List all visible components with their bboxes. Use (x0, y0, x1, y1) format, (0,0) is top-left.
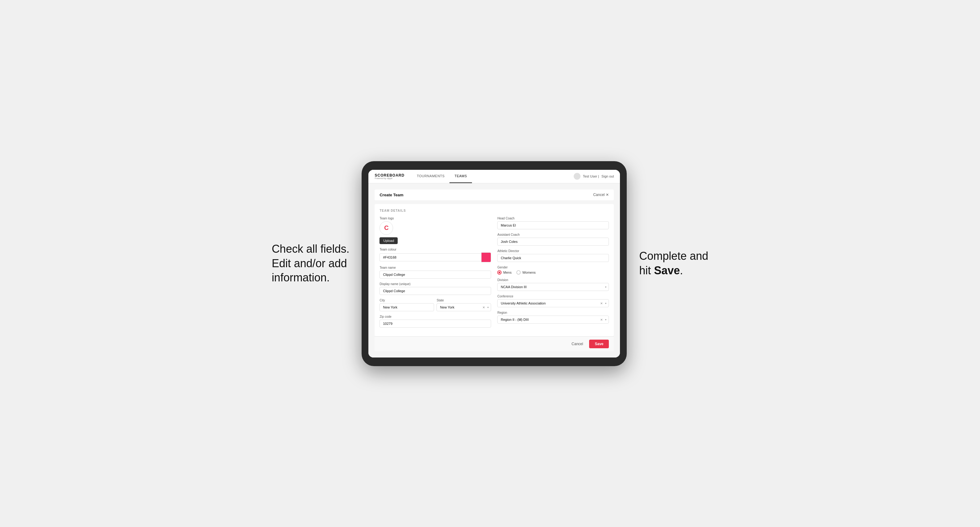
region-label: Region (497, 311, 609, 314)
tablet-frame: SCOREBOARD Powered by clippd TOURNAMENTS… (362, 161, 627, 366)
form-col-right: Head Coach Assistant Coach Athletic Dire… (497, 217, 609, 331)
colour-swatch[interactable] (481, 252, 491, 262)
team-name-field: Team name (380, 266, 491, 279)
display-name-field: Display name (unique) (380, 282, 491, 295)
team-colour-field: Team colour (380, 248, 491, 262)
city-state-row: City State New York ✕ (380, 298, 491, 311)
mens-radio[interactable] (497, 270, 501, 275)
team-name-input[interactable] (380, 271, 491, 279)
annotation-period: . (680, 264, 683, 277)
annotation-right-line2: hit (639, 264, 654, 277)
gender-field: Gender Mens Womens (497, 266, 609, 275)
team-logo-label: Team logo (380, 217, 491, 220)
logo-letter: C (384, 224, 388, 232)
cancel-label: Cancel (593, 193, 605, 197)
division-field: Division NCAA Division III ▾ (497, 278, 609, 291)
gender-label: Gender (497, 266, 609, 269)
team-colour-label: Team colour (380, 248, 491, 251)
signout-link[interactable]: Sign out (601, 175, 614, 178)
athletic-director-input[interactable] (497, 254, 609, 262)
state-select-wrapper: New York ✕ ▾ (436, 303, 491, 311)
tablet-screen: SCOREBOARD Powered by clippd TOURNAMENTS… (368, 170, 620, 357)
create-team-header: Create Team Cancel ✕ (375, 189, 614, 200)
nav-user: Test User | (583, 175, 599, 178)
gender-womens-option[interactable]: Womens (516, 270, 536, 275)
page-wrapper: Check all fields. Edit and/or add inform… (12, 161, 968, 366)
gender-row: Mens Womens (497, 270, 609, 275)
assistant-coach-label: Assistant Coach (497, 233, 609, 237)
zip-input[interactable] (380, 320, 491, 328)
state-label: State (436, 298, 491, 302)
annotation-save-bold: Save (654, 264, 680, 277)
assistant-coach-field: Assistant Coach (497, 233, 609, 246)
division-select-wrapper: NCAA Division III ▾ (497, 283, 609, 291)
conference-select-wrapper: University Athletic Association ✕ ▾ (497, 299, 609, 307)
mens-label: Mens (503, 271, 511, 274)
form-footer: Cancel Save (375, 336, 614, 351)
form-columns: Team logo C Upload Team colour (380, 217, 609, 331)
conference-label: Conference (497, 295, 609, 298)
city-input[interactable] (380, 303, 434, 311)
page-title: Create Team (380, 193, 403, 197)
logo-preview: C (380, 221, 393, 235)
head-coach-label: Head Coach (497, 217, 609, 220)
state-field: State New York ✕ ▾ (436, 298, 491, 311)
nav-logo: SCOREBOARD Powered by clippd (375, 173, 404, 179)
colour-row (380, 252, 491, 262)
annotation-right-line1: Complete and (639, 250, 708, 262)
athletic-director-field: Athletic Director (497, 249, 609, 262)
gender-mens-option[interactable]: Mens (497, 270, 511, 275)
city-field: City (380, 298, 434, 311)
annotation-line3: information. (272, 271, 329, 284)
womens-label: Womens (522, 271, 536, 274)
cancel-button[interactable]: Cancel (568, 340, 587, 348)
form-card: TEAM DETAILS Team logo C Upload (375, 204, 614, 336)
close-icon: ✕ (606, 193, 609, 197)
display-name-label: Display name (unique) (380, 282, 491, 286)
team-logo-section: Team logo C Upload (380, 217, 491, 244)
region-select[interactable]: Region II - (M) DIII (497, 316, 609, 324)
division-select[interactable]: NCAA Division III (497, 283, 609, 291)
athletic-director-label: Athletic Director (497, 249, 609, 253)
assistant-coach-input[interactable] (497, 238, 609, 246)
upload-button[interactable]: Upload (380, 237, 398, 244)
section-label: TEAM DETAILS (380, 209, 609, 212)
avatar (574, 173, 581, 180)
womens-radio[interactable] (516, 270, 521, 275)
team-name-label: Team name (380, 266, 491, 269)
main-content: Create Team Cancel ✕ TEAM DETAILS (368, 183, 620, 357)
state-select[interactable]: New York (436, 303, 491, 311)
city-label: City (380, 298, 434, 302)
save-button[interactable]: Save (589, 340, 609, 348)
conference-field: Conference University Athletic Associati… (497, 295, 609, 307)
head-coach-field: Head Coach (497, 217, 609, 229)
region-field: Region Region II - (M) DIII ✕ ▾ (497, 311, 609, 324)
division-label: Division (497, 278, 609, 282)
nav-tabs: TOURNAMENTS TEAMS (412, 170, 574, 183)
annotation-line2: Edit and/or add (272, 257, 347, 270)
zip-field: Zip code (380, 315, 491, 328)
head-coach-input[interactable] (497, 221, 609, 229)
right-annotation: Complete and hit Save. (639, 249, 708, 278)
region-select-wrapper: Region II - (M) DIII ✕ ▾ (497, 316, 609, 324)
tab-tournaments[interactable]: TOURNAMENTS (412, 170, 449, 183)
left-annotation: Check all fields. Edit and/or add inform… (272, 242, 349, 285)
nav-bar: SCOREBOARD Powered by clippd TOURNAMENTS… (368, 170, 620, 183)
colour-input[interactable] (380, 253, 481, 261)
logo-text: SCOREBOARD (375, 173, 404, 177)
conference-select[interactable]: University Athletic Association (497, 299, 609, 307)
annotation-line1: Check all fields. (272, 243, 349, 255)
nav-right: Test User | Sign out (574, 173, 614, 180)
display-name-input[interactable] (380, 287, 491, 295)
zip-label: Zip code (380, 315, 491, 318)
tab-teams[interactable]: TEAMS (449, 170, 472, 183)
logo-sub: Powered by clippd (375, 177, 404, 179)
form-col-left: Team logo C Upload Team colour (380, 217, 491, 331)
cancel-header-button[interactable]: Cancel ✕ (593, 193, 609, 197)
